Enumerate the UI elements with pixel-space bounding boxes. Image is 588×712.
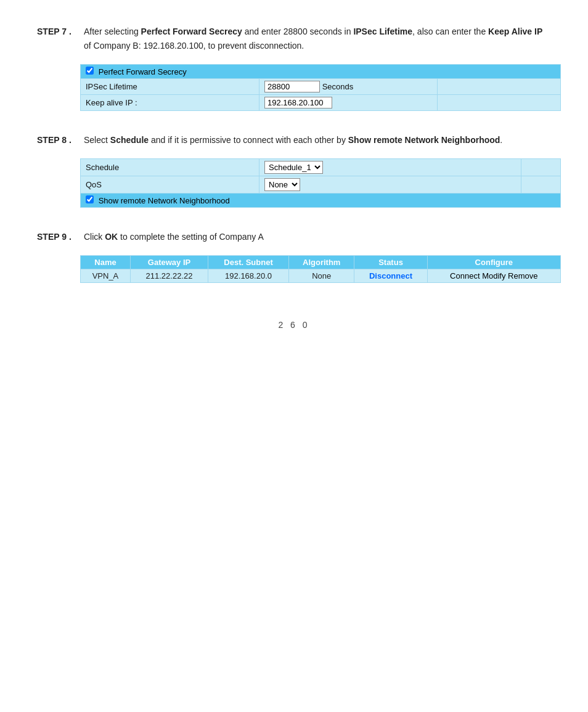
step8-checkbox-row: Show remote Network Neighborhood	[81, 194, 561, 208]
perfect-forward-secrecy-label: Perfect Forward Secrecy	[99, 67, 187, 76]
step7-ipsec-value-cell: Seconds	[259, 79, 438, 95]
step8-label: STEP 8 .	[37, 133, 80, 147]
vpn-table-header-row: Name Gateway IP Dest. Subnet Algorithm S…	[81, 256, 561, 269]
step7-ipsec-label: IPSec Lifetime	[81, 79, 259, 95]
vpn-row-algorithm: None	[289, 269, 354, 283]
vpn-col-dest: Dest. Subnet	[208, 256, 289, 269]
step9-text-before: Click	[84, 232, 105, 242]
step9-block: STEP 9 . Click OK to complete the settin…	[37, 230, 551, 283]
step9-text-end: to complete the setting of Company A	[118, 232, 264, 242]
step9-bold1: OK	[105, 232, 118, 242]
schedule-select[interactable]: Schedule_1	[264, 161, 323, 174]
vpn-row-gateway: 211.22.22.22	[130, 269, 208, 283]
step8-text-middle: and if it is permissive to connect with …	[149, 135, 348, 145]
step7-keepalive-value-cell	[259, 95, 438, 111]
vpn-col-name: Name	[81, 256, 131, 269]
step8-text: STEP 8 . Select Schedule and if it is pe…	[37, 133, 551, 147]
connect-link[interactable]: Connect	[450, 271, 480, 280]
vpn-col-configure: Configure	[427, 256, 560, 269]
ipsec-lifetime-unit: Seconds	[322, 82, 354, 91]
vpn-col-status: Status	[354, 256, 427, 269]
keep-alive-ip-input[interactable]	[264, 97, 332, 108]
vpn-row-configure: Connect Modify Remove	[427, 269, 560, 283]
perfect-forward-secrecy-checkbox[interactable]	[86, 67, 94, 75]
vpn-data-row: VPN_A 211.22.22.22 192.168.20.0 None Dis…	[81, 269, 561, 283]
step7-bold3: Keep Alive IP	[488, 27, 542, 36]
page-number: 2 6 0	[37, 320, 551, 330]
vpn-col-algorithm: Algorithm	[289, 256, 354, 269]
step7-ipsec-row: IPSec Lifetime Seconds	[81, 79, 561, 95]
step7-text-middle2: , also can enter the	[412, 27, 488, 36]
step8-table: Schedule Schedule_1 QoS None Show remote…	[80, 158, 561, 208]
step7-ipsec-extra	[438, 79, 561, 95]
step8-qos-row: QoS None	[81, 176, 561, 194]
step7-text-before: After selecting	[84, 27, 141, 36]
step8-block: STEP 8 . Select Schedule and if it is pe…	[37, 133, 551, 208]
step8-bold1: Schedule	[110, 135, 149, 145]
step7-keepalive-label: Keep alive IP :	[81, 95, 259, 111]
step7-checkbox-row: Perfect Forward Secrecy	[81, 65, 561, 79]
step7-block: STEP 7 . After selecting Perfect Forward…	[37, 25, 551, 111]
step9-label: STEP 9 .	[37, 230, 80, 244]
step8-schedule-extra	[521, 159, 560, 176]
step8-text-end: .	[500, 135, 502, 145]
step9-text: STEP 9 . Click OK to complete the settin…	[37, 230, 551, 244]
show-remote-network-label: Show remote Network Neighborhood	[99, 196, 230, 205]
step7-checkbox-cell: Perfect Forward Secrecy	[81, 65, 561, 79]
vpn-row-dest: 192.168.20.0	[208, 269, 289, 283]
remove-link[interactable]: Remove	[508, 271, 537, 280]
vpn-row-status[interactable]: Disconnect	[354, 269, 427, 283]
step7-table: Perfect Forward Secrecy IPSec Lifetime S…	[80, 64, 561, 111]
qos-select[interactable]: None	[264, 178, 300, 191]
step8-schedule-row: Schedule Schedule_1	[81, 159, 561, 176]
step7-keepalive-row: Keep alive IP :	[81, 95, 561, 111]
step8-schedule-label: Schedule	[81, 159, 259, 176]
vpn-row-name: VPN_A	[81, 269, 131, 283]
step7-text-end: of Company B: 192.168.20.100, to prevent…	[84, 41, 304, 51]
step7-keepalive-extra	[438, 95, 561, 111]
step8-qos-value-cell: None	[259, 176, 521, 194]
vpn-table: Name Gateway IP Dest. Subnet Algorithm S…	[80, 255, 561, 283]
step7-bold1: Perfect Forward Secrecy	[141, 27, 242, 36]
step7-text-middle: and enter 28800 seconds in	[242, 27, 354, 36]
ipsec-lifetime-input[interactable]	[264, 81, 320, 92]
modify-link[interactable]: Modify	[482, 271, 505, 280]
step8-qos-extra	[521, 176, 560, 194]
step7-text: STEP 7 . After selecting Perfect Forward…	[37, 25, 551, 53]
step7-bold2: IPSec Lifetime	[353, 27, 412, 36]
step8-content: Select Schedule and if it is permissive …	[84, 133, 551, 147]
vpn-col-gateway: Gateway IP	[130, 256, 208, 269]
step7-label: STEP 7 .	[37, 25, 80, 53]
step9-content: Click OK to complete the setting of Comp…	[84, 230, 551, 244]
step7-content: After selecting Perfect Forward Secrecy …	[84, 25, 551, 53]
step8-checkbox-cell: Show remote Network Neighborhood	[81, 194, 561, 208]
step8-qos-label: QoS	[81, 176, 259, 194]
step8-schedule-value-cell: Schedule_1	[259, 159, 521, 176]
show-remote-network-checkbox[interactable]	[86, 195, 94, 203]
step8-bold2: Show remote Network Neighborhood	[348, 135, 500, 145]
step8-text-before: Select	[84, 135, 110, 145]
